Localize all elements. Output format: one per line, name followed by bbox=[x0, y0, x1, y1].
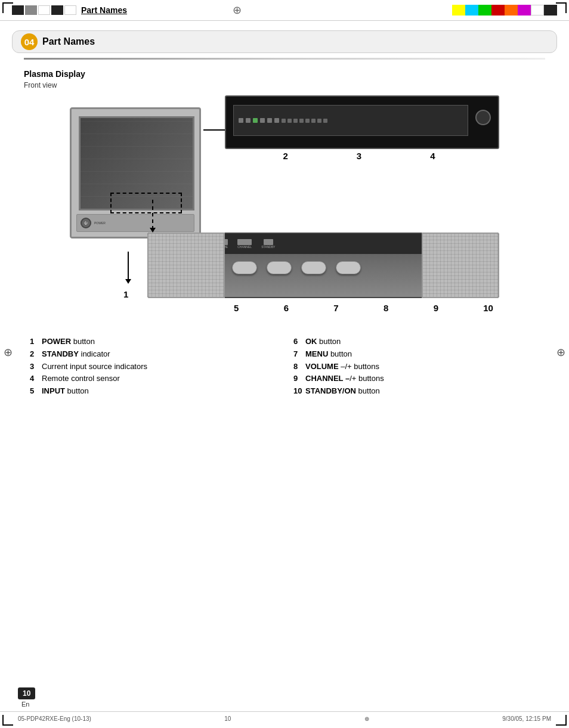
ind-4 bbox=[260, 118, 265, 123]
part-item-3: 3 Current input source indicators bbox=[30, 361, 276, 373]
part-num-7: 7 bbox=[293, 348, 303, 361]
ind-3 bbox=[253, 118, 258, 123]
right-speaker-dots bbox=[423, 234, 498, 297]
dashed-indicator-box bbox=[110, 193, 182, 213]
parts-list: 1 POWER button 2 STANDBY indicator 3 Cur… bbox=[24, 336, 545, 398]
ctrl-standby-group: STANDBY bbox=[261, 239, 275, 249]
btn-7 bbox=[232, 261, 257, 274]
part-item-7: 7 MENU button bbox=[293, 348, 539, 361]
part-name-9-rest: /+ buttons bbox=[350, 374, 384, 383]
part-name-10-rest: button bbox=[356, 386, 380, 395]
part-item-10: 10 STANDBY/ON button bbox=[293, 385, 539, 398]
arrow-1-line bbox=[128, 252, 129, 281]
part-name-10-bold: STANDBY/ON bbox=[305, 386, 356, 395]
label-9: 9 bbox=[434, 303, 438, 313]
part-name-3: Current input source indicators bbox=[42, 361, 147, 373]
section-header: 04 Part Names bbox=[12, 30, 557, 53]
dashed-arrow-head bbox=[150, 228, 156, 233]
header-chapter-title: Part Names bbox=[81, 5, 127, 15]
part-item-8: 8 VOLUME –/+ buttons bbox=[293, 361, 539, 373]
label-7: 7 bbox=[333, 303, 338, 313]
part-name-7-rest: button bbox=[328, 349, 352, 358]
part-name-4: Remote control sensor bbox=[42, 373, 120, 385]
label-3: 3 bbox=[357, 151, 361, 161]
mark-white bbox=[38, 5, 50, 15]
ind-row2 bbox=[282, 119, 327, 123]
part-item-6: 6 OK button bbox=[293, 336, 539, 348]
label-5: 5 bbox=[234, 303, 239, 313]
zoom-panel-top bbox=[225, 95, 499, 149]
part-name-5-rest: button bbox=[65, 386, 89, 395]
tv-bottom-area: ⏻ POWER bbox=[76, 214, 194, 232]
ind-2 bbox=[246, 118, 251, 123]
ind-1 bbox=[239, 118, 243, 123]
color-bar-black bbox=[544, 5, 557, 16]
color-bars bbox=[452, 5, 557, 16]
btn-8 bbox=[267, 261, 292, 274]
labels-234: 2 3 4 bbox=[225, 151, 499, 161]
header-marks bbox=[12, 5, 76, 15]
corner-mark-tr bbox=[556, 2, 567, 13]
label-8: 8 bbox=[384, 303, 388, 313]
ind-5 bbox=[267, 118, 272, 123]
diagram-area: ⏻ POWER 1 bbox=[70, 95, 499, 325]
mark-gray bbox=[25, 5, 37, 15]
part-num-1: 1 bbox=[30, 336, 39, 348]
part-num-3: 3 bbox=[30, 361, 39, 373]
footer-center-page: 10 bbox=[224, 715, 231, 722]
parts-col-left: 1 POWER button 2 STANDBY indicator 3 Cur… bbox=[30, 336, 276, 398]
parts-col-right: 6 OK button 7 MENU button 8 VOLUME –/+ b… bbox=[293, 336, 539, 398]
label-6: 6 bbox=[284, 303, 289, 313]
footer-center-compass: ⊕ bbox=[364, 715, 369, 722]
subsection-title: Plasma Display bbox=[24, 69, 545, 79]
color-bar-magenta bbox=[518, 5, 531, 16]
part-num-2: 2 bbox=[30, 348, 39, 361]
ind-6 bbox=[274, 118, 279, 123]
header-compass: ⊕ bbox=[233, 4, 242, 17]
header-bar: Part Names ⊕ bbox=[0, 0, 569, 21]
part-name-7-bold: MENU bbox=[305, 349, 328, 358]
reg-mark-left: ⊕ bbox=[4, 346, 13, 359]
part-item-2: 2 STANDBY indicator bbox=[30, 348, 276, 361]
indicator-strip bbox=[233, 105, 468, 136]
ctrl-ch-group: CHANNEL bbox=[237, 239, 252, 249]
part-item-4: 4 Remote control sensor bbox=[30, 373, 276, 385]
btn-9 bbox=[301, 261, 326, 274]
part-name-1-bold: POWER bbox=[42, 337, 71, 346]
page-lang: En bbox=[21, 701, 29, 708]
mark-white2 bbox=[64, 5, 76, 15]
tv-power-circle: ⏻ bbox=[81, 218, 91, 228]
color-bar-green bbox=[478, 5, 491, 16]
part-name-8-bold: VOLUME bbox=[305, 362, 339, 371]
section-number-badge: 04 bbox=[21, 33, 38, 50]
part-name-6-bold: OK bbox=[305, 337, 317, 346]
part-name-2-rest: indicator bbox=[79, 349, 110, 358]
part-item-1: 1 POWER button bbox=[30, 336, 276, 348]
part-name-6-rest: button bbox=[317, 337, 341, 346]
labels-5-10: 5 6 7 8 9 10 bbox=[228, 303, 499, 313]
mark-black bbox=[12, 5, 24, 15]
part-num-9: 9 bbox=[293, 373, 303, 385]
section-rule bbox=[24, 58, 545, 60]
part-name-1-rest: button bbox=[71, 337, 95, 346]
color-bar-cyan bbox=[465, 5, 478, 16]
arrow-1-head bbox=[125, 279, 131, 284]
page-number-badge: 10 bbox=[18, 687, 35, 699]
label-1: 1 bbox=[123, 289, 128, 299]
left-speaker bbox=[147, 233, 225, 298]
part-num-10: 10 bbox=[293, 385, 303, 398]
right-speaker bbox=[422, 233, 499, 298]
color-bar-yellow bbox=[452, 5, 465, 16]
mark-black2 bbox=[51, 5, 63, 15]
color-bar-red bbox=[491, 5, 505, 16]
footer-right-date: 9/30/05, 12:15 PM bbox=[502, 715, 551, 722]
part-name-9-bold: CHANNEL – bbox=[305, 374, 350, 383]
part-num-8: 8 bbox=[293, 361, 303, 373]
reg-mark-right: ⊕ bbox=[556, 346, 565, 359]
color-bar-orange bbox=[505, 5, 518, 16]
btn-10 bbox=[336, 261, 361, 274]
tv-outer: ⏻ POWER bbox=[70, 107, 201, 238]
label-2: 2 bbox=[283, 151, 287, 161]
part-item-9: 9 CHANNEL –/+ buttons bbox=[293, 373, 539, 385]
part-num-4: 4 bbox=[30, 373, 39, 385]
